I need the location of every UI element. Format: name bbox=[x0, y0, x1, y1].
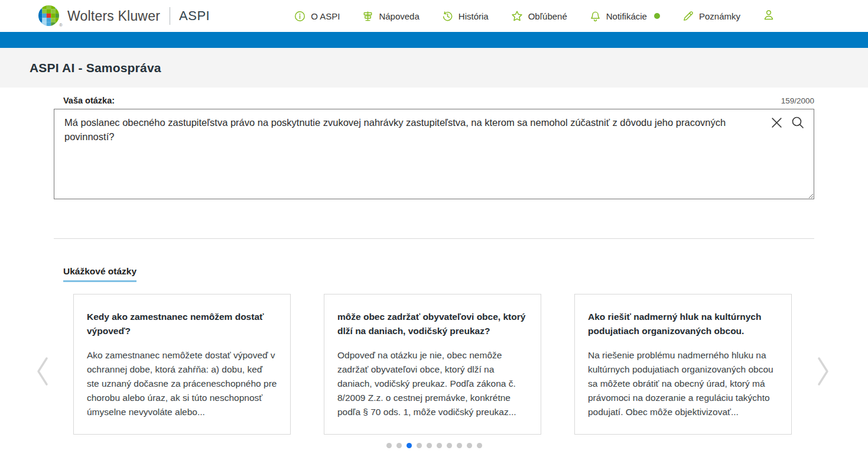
card-body: Odpoveď na otázku je nie, obec nemôže za… bbox=[337, 348, 528, 419]
card-body: Na riešenie problému nadmerného hluku na… bbox=[588, 348, 778, 419]
examples-carousel: Kedy ako zamestnanec nemôžem dostať výpo… bbox=[54, 294, 814, 435]
nav-item-label: Nápoveda bbox=[379, 11, 419, 21]
history-icon bbox=[442, 11, 453, 22]
nav-item-historia[interactable]: História bbox=[442, 11, 489, 22]
wolters-kluwer-logo-icon: ® bbox=[38, 5, 61, 27]
carousel-dot[interactable] bbox=[457, 443, 462, 448]
search-icon bbox=[791, 115, 805, 132]
signpost-icon bbox=[362, 11, 373, 22]
brand-home-link[interactable]: ® Wolters Kluwer ASPI bbox=[38, 5, 210, 27]
card-title: Ako riešiť nadmerný hluk na kultúrnych p… bbox=[588, 310, 778, 338]
header-nav: O ASPI Nápoveda História Obľúbené Notifi… bbox=[294, 0, 775, 32]
brand-blue-bar bbox=[0, 32, 868, 48]
brand-separator bbox=[170, 7, 170, 25]
nav-item-napoveda[interactable]: Nápoveda bbox=[362, 11, 419, 22]
info-icon bbox=[294, 11, 305, 22]
carousel-dot[interactable] bbox=[427, 443, 432, 448]
card-title: Kedy ako zamestnanec nemôžem dostať výpo… bbox=[87, 310, 277, 338]
pencil-icon bbox=[682, 11, 694, 22]
nav-item-poznamky[interactable]: Poznámky bbox=[682, 11, 740, 22]
bell-icon bbox=[590, 11, 601, 22]
clear-question-button[interactable] bbox=[771, 116, 783, 131]
chevron-left-icon bbox=[35, 378, 50, 388]
character-counter: 159/2000 bbox=[781, 96, 814, 105]
page-title-band: ASPI AI - Samospráva bbox=[0, 48, 868, 88]
nav-item-label: Poznámky bbox=[699, 11, 740, 21]
nav-item-label: Notifikácie bbox=[606, 11, 647, 21]
question-label: Vaša otázka: bbox=[54, 96, 115, 105]
nav-item-label: Obľúbené bbox=[528, 11, 567, 21]
nav-item-oblubene[interactable]: Obľúbené bbox=[511, 10, 567, 22]
main-content: Vaša otázka: 159/2000 Má poslanec obecné… bbox=[54, 96, 814, 448]
example-question-card[interactable]: môže obec zadržať obyvateľovi obce, ktor… bbox=[324, 294, 541, 435]
nav-item-notifikacie[interactable]: Notifikácie bbox=[590, 11, 660, 22]
carousel-dot[interactable] bbox=[407, 443, 412, 448]
star-icon bbox=[511, 10, 523, 22]
example-question-card[interactable]: Ako riešiť nadmerný hluk na kultúrnych p… bbox=[574, 294, 792, 435]
app-header: ® Wolters Kluwer ASPI O ASPI Nápoveda Hi… bbox=[0, 0, 868, 32]
nav-item-o-aspi[interactable]: O ASPI bbox=[294, 11, 340, 22]
card-body: Ako zamestnanec nemôžete dostať výpoveď … bbox=[87, 348, 277, 419]
carousel-dot[interactable] bbox=[437, 443, 442, 448]
carousel-prev-button[interactable] bbox=[35, 356, 50, 387]
card-title: môže obec zadržať obyvateľovi obce, ktor… bbox=[337, 310, 528, 338]
brand-name: Wolters Kluwer bbox=[67, 8, 160, 24]
example-question-card[interactable]: Kedy ako zamestnanec nemôžem dostať výpo… bbox=[73, 294, 291, 435]
carousel-dot[interactable] bbox=[417, 443, 422, 448]
search-button[interactable] bbox=[791, 115, 805, 132]
nav-item-label: O ASPI bbox=[311, 11, 340, 21]
nav-item-label: História bbox=[459, 11, 489, 21]
carousel-dots bbox=[54, 443, 814, 448]
carousel-dot[interactable] bbox=[477, 443, 482, 448]
question-input[interactable]: Má poslanec obecného zastupiteľstva práv… bbox=[54, 109, 814, 199]
notification-dot bbox=[654, 13, 660, 19]
tab-example-questions[interactable]: Ukážkové otázky bbox=[63, 266, 136, 282]
brand-product-name: ASPI bbox=[179, 8, 210, 24]
chevron-right-icon bbox=[815, 378, 831, 388]
carousel-next-button[interactable] bbox=[815, 356, 831, 387]
carousel-dot[interactable] bbox=[386, 443, 392, 448]
close-icon bbox=[771, 116, 783, 131]
carousel-dot[interactable] bbox=[467, 443, 472, 448]
user-account-button[interactable] bbox=[763, 9, 775, 23]
carousel-dot[interactable] bbox=[447, 443, 452, 448]
page-title: ASPI AI - Samospráva bbox=[30, 61, 161, 75]
carousel-dot[interactable] bbox=[396, 443, 402, 448]
user-icon bbox=[763, 9, 775, 23]
